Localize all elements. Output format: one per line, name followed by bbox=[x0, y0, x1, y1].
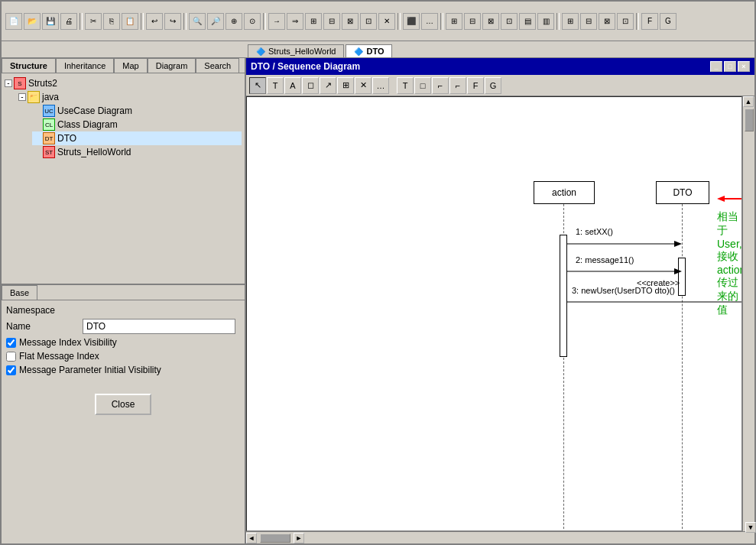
tree-root[interactable]: - S Struts2 bbox=[5, 76, 242, 90]
print-btn[interactable]: 🖨 bbox=[60, 13, 77, 30]
text-tool[interactable]: T bbox=[267, 77, 284, 94]
arrange1-btn[interactable]: ⬛ bbox=[403, 13, 420, 30]
tree-usecase[interactable]: UC UseCase Diagram bbox=[32, 104, 242, 118]
tool1-btn[interactable]: → bbox=[268, 13, 285, 30]
collapse-java[interactable]: - bbox=[18, 93, 26, 101]
name-input[interactable] bbox=[83, 319, 235, 334]
tree-dto[interactable]: DT DTO bbox=[32, 131, 242, 145]
zoom-out-btn[interactable]: 🔍 bbox=[189, 13, 206, 30]
flat-msg-checkbox[interactable] bbox=[6, 352, 16, 362]
grid3-btn[interactable]: ⊠ bbox=[599, 13, 615, 30]
line-tool[interactable]: ↗ bbox=[320, 77, 336, 94]
save-btn[interactable]: 💾 bbox=[42, 13, 59, 30]
note-tool[interactable]: A bbox=[284, 77, 301, 94]
align3-btn[interactable]: ⊠ bbox=[482, 13, 499, 30]
open-btn[interactable]: 📂 bbox=[24, 13, 41, 30]
vscroll-thumb[interactable] bbox=[745, 109, 754, 131]
text2-tool[interactable]: T bbox=[397, 77, 414, 94]
align1-btn[interactable]: ⊞ bbox=[446, 13, 462, 30]
hscrollbar[interactable]: ◄ ► bbox=[246, 531, 754, 543]
content-area: Structure Inheritance Map Diagram Search… bbox=[2, 58, 754, 543]
properties-panel: Base Namespace Name Message Index Visibi… bbox=[2, 284, 245, 543]
align4-btn[interactable]: ⊡ bbox=[501, 13, 518, 30]
zoom-fit-btn[interactable]: ⊙ bbox=[244, 13, 261, 30]
tool5-btn[interactable]: ⊠ bbox=[342, 13, 359, 30]
namespace-label: Namespace bbox=[6, 305, 83, 316]
minimize-btn[interactable]: _ bbox=[710, 61, 722, 72]
box-tool[interactable]: ⊞ bbox=[337, 77, 354, 94]
corner-tool[interactable]: ⌐ bbox=[432, 77, 449, 94]
main-toolbar: 📄 📂 💾 🖨 ✂ ⎘ 📋 ↩ ↪ 🔍 🔎 ⊕ ⊙ → ⇒ ⊞ ⊟ ⊠ ⊡ ✕ … bbox=[2, 2, 754, 41]
tree-root-label: Struts2 bbox=[28, 78, 57, 89]
diagram-toolbar: ↖ T A ◻ ↗ ⊞ ✕ … T □ ⌐ ⌐ F G bbox=[246, 75, 754, 96]
tree-usecase-label: UseCase Diagram bbox=[57, 105, 132, 116]
arrow-setxx bbox=[567, 236, 682, 251]
grid4-btn[interactable]: ⊡ bbox=[617, 13, 634, 30]
msg-index-label: Message Index Visibility bbox=[19, 337, 117, 348]
msg-param-label: Message Parameter Initial Visibility bbox=[19, 365, 161, 375]
tool6-btn[interactable]: ⊡ bbox=[360, 13, 377, 30]
prop-tab-base[interactable]: Base bbox=[2, 285, 37, 300]
dto-box[interactable]: DTO bbox=[656, 181, 709, 204]
cut-btn[interactable]: ✂ bbox=[85, 13, 102, 30]
sep3 bbox=[183, 13, 187, 30]
vscroll-up[interactable]: ▲ bbox=[743, 96, 754, 107]
hscroll-thumb[interactable] bbox=[260, 534, 290, 543]
tree-dto-label: DTO bbox=[57, 133, 76, 144]
collapse-root[interactable]: - bbox=[5, 79, 12, 87]
f-tool[interactable]: F bbox=[467, 77, 484, 94]
maximize-btn[interactable]: □ bbox=[724, 61, 736, 72]
corner2-tool[interactable]: ⌐ bbox=[449, 77, 466, 94]
grid1-btn[interactable]: ⊞ bbox=[562, 13, 579, 30]
svg-marker-1 bbox=[674, 241, 682, 247]
paste-btn[interactable]: 📋 bbox=[122, 13, 138, 30]
vscroll-down[interactable]: ▼ bbox=[745, 522, 754, 531]
zoom-in-btn[interactable]: 🔎 bbox=[207, 13, 224, 30]
rect-tool[interactable]: □ bbox=[414, 77, 431, 94]
action-box[interactable]: action bbox=[534, 181, 595, 204]
zoom-reset-btn[interactable]: ⊕ bbox=[226, 13, 242, 30]
tab-dto[interactable]: 🔷 DTO bbox=[346, 44, 392, 57]
tree-struts[interactable]: ST Struts_HelloWorld bbox=[32, 145, 242, 159]
flat-msg-label: Flat Message Index bbox=[19, 351, 99, 362]
tool4-btn[interactable]: ⊟ bbox=[323, 13, 340, 30]
msg-param-checkbox[interactable] bbox=[6, 365, 16, 375]
usecase-icon: UC bbox=[43, 105, 55, 117]
hscroll-left[interactable]: ◄ bbox=[246, 533, 257, 543]
shape-tool[interactable]: ◻ bbox=[302, 77, 319, 94]
struts2-icon: S bbox=[14, 77, 26, 89]
tab-map[interactable]: Map bbox=[114, 58, 147, 73]
tab-inheritance[interactable]: Inheritance bbox=[56, 58, 114, 73]
redo-btn[interactable]: ↪ bbox=[164, 13, 181, 30]
misc1-btn[interactable]: F bbox=[641, 13, 658, 30]
tab-search[interactable]: Search bbox=[196, 58, 239, 73]
tool2-btn[interactable]: ⇒ bbox=[287, 13, 303, 30]
close-window-btn[interactable]: × bbox=[738, 61, 750, 72]
tool3-btn[interactable]: ⊞ bbox=[305, 13, 322, 30]
tool7-btn[interactable]: ✕ bbox=[378, 13, 395, 30]
align5-btn[interactable]: ▤ bbox=[519, 13, 536, 30]
g-tool[interactable]: G bbox=[485, 77, 501, 94]
undo-btn[interactable]: ↩ bbox=[146, 13, 163, 30]
hscroll-right[interactable]: ► bbox=[294, 533, 304, 543]
tab-diagram[interactable]: Diagram bbox=[148, 58, 196, 73]
app-window: 📄 📂 💾 🖨 ✂ ⎘ 📋 ↩ ↪ 🔍 🔎 ⊕ ⊙ → ⇒ ⊞ ⊟ ⊠ ⊡ ✕ … bbox=[0, 0, 756, 545]
delete-tool[interactable]: ✕ bbox=[355, 77, 372, 94]
msg-index-checkbox[interactable] bbox=[6, 338, 16, 348]
align2-btn[interactable]: ⊟ bbox=[464, 13, 481, 30]
tree-classdiagram[interactable]: CL Class Diagram bbox=[32, 118, 242, 131]
ellipsis-tool[interactable]: … bbox=[372, 77, 389, 94]
close-button[interactable]: Close bbox=[95, 394, 152, 415]
select-tool[interactable]: ↖ bbox=[249, 77, 266, 94]
copy-btn[interactable]: ⎘ bbox=[103, 13, 120, 30]
title-buttons: _ □ × bbox=[710, 61, 750, 72]
tree-java[interactable]: - 📁 java bbox=[18, 90, 242, 104]
align6-btn[interactable]: ▥ bbox=[537, 13, 554, 30]
misc2-btn[interactable]: G bbox=[660, 13, 677, 30]
new-btn[interactable]: 📄 bbox=[5, 13, 22, 30]
tab-structure[interactable]: Structure bbox=[2, 58, 56, 73]
vscrollbar[interactable]: ▲ ▼ bbox=[742, 96, 754, 531]
grid2-btn[interactable]: ⊟ bbox=[580, 13, 597, 30]
tab-struts[interactable]: 🔷 Struts_HelloWorld bbox=[248, 44, 344, 57]
arrange2-btn[interactable]: … bbox=[421, 13, 438, 30]
